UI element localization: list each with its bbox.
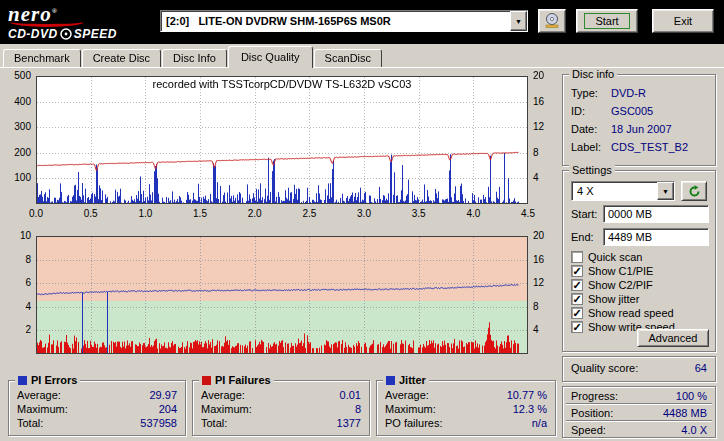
refresh-button[interactable]	[681, 181, 707, 201]
speed-selector-value: 4 X	[572, 185, 657, 197]
total-label: Total:	[201, 417, 227, 429]
average-value: 0.01	[340, 389, 361, 401]
jitter-legend-marker	[386, 376, 395, 385]
drive-selector-dropdown-arrow[interactable]: ▼	[510, 11, 527, 31]
axis-tick-label: 200	[8, 148, 31, 158]
po-failures-label: PO failures:	[385, 417, 442, 429]
start-position-label: Start:	[571, 208, 597, 220]
progress-value: 100 %	[676, 390, 707, 402]
axis-tick-label: 4	[533, 325, 557, 335]
maximum-value: 8	[355, 403, 361, 415]
total-label: Total:	[17, 417, 43, 429]
checkbox-box[interactable]: ✓	[571, 265, 583, 277]
pi-errors-legend-marker	[18, 376, 27, 385]
checkbox-box[interactable]	[571, 251, 583, 263]
pi-errors-stats-panel: PI Errors Average:29.97 Maximum:204 Tota…	[8, 380, 186, 436]
tab-create-disc[interactable]: Create Disc	[82, 49, 161, 67]
start-position-value: 0000 MB	[608, 208, 652, 220]
maximum-value: 204	[159, 403, 177, 415]
checkbox-box[interactable]: ✓	[571, 321, 583, 333]
checkbox-box[interactable]: ✓	[571, 293, 583, 305]
maximum-label: Maximum:	[17, 403, 68, 415]
axis-tick-label: 8	[533, 148, 557, 158]
settings-panel: Settings 4 X ▼ Start: 0000 MB End: 4489 …	[562, 170, 716, 352]
total-value: 1377	[337, 417, 361, 429]
checkbox-show-c1-pie[interactable]: ✓Show C1/PIE	[571, 264, 711, 278]
disc-type-value: DVD-R	[611, 87, 709, 99]
chart-recorded-with-title: recorded with TSSTcorpCD/DVDW TS-L632D v…	[36, 78, 528, 90]
check-icon: ✓	[572, 280, 581, 290]
axis-tick-label: 20	[533, 71, 557, 81]
checkbox-box[interactable]: ✓	[571, 279, 583, 291]
settings-checkbox-list: Quick scan✓Show C1/PIE✓Show C2/PIF✓Show …	[571, 250, 711, 334]
top-toolbar: nero® CD-DVD SPEED [2:0] LITE-ON DVDRW S…	[0, 0, 724, 44]
disc-date-label: Date:	[571, 123, 611, 135]
axis-tick-label: 2.5	[297, 209, 321, 219]
position-value: 4488 MB	[663, 407, 707, 419]
maximum-value: 12.3 %	[513, 403, 547, 415]
settings-title: Settings	[569, 164, 615, 176]
tab-disc-quality[interactable]: Disc Quality	[228, 46, 313, 68]
end-position-label: End:	[571, 231, 594, 243]
end-position-field[interactable]: 4489 MB	[603, 228, 709, 246]
tab-disc-info[interactable]: Disc Info	[162, 49, 227, 67]
axis-tick-label: 8	[533, 302, 557, 312]
quality-score-label: Quality score:	[571, 362, 638, 374]
eject-disc-button[interactable]	[538, 9, 566, 33]
speed-selector[interactable]: 4 X ▼	[571, 181, 675, 201]
checkbox-show-jitter[interactable]: ✓Show jitter	[571, 292, 711, 306]
pi-failures-jitter-chart: 10864220161284	[8, 230, 568, 360]
start-button[interactable]: Start	[576, 9, 638, 33]
average-label: Average:	[201, 389, 245, 401]
checkbox-label: Show read speed	[588, 307, 674, 319]
checkbox-box[interactable]: ✓	[571, 307, 583, 319]
checkbox-label: Show jitter	[588, 293, 639, 305]
pi-failures-stats-title: PI Failures	[215, 374, 271, 386]
axis-tick-label: 3.5	[407, 209, 431, 219]
pi-errors-plot	[36, 76, 528, 204]
quality-score-value: 64	[695, 362, 707, 374]
disc-hand-icon	[543, 13, 561, 28]
speed-selector-dropdown-arrow[interactable]: ▼	[657, 182, 674, 200]
position-label: Position:	[571, 407, 613, 419]
axis-tick-label: 300	[8, 122, 31, 132]
checkbox-quick-scan[interactable]: Quick scan	[571, 250, 711, 264]
quality-score-panel: Quality score: 64	[562, 356, 716, 382]
tab-scandisc[interactable]: ScanDisc	[314, 49, 382, 67]
drive-selector[interactable]: [2:0] LITE-ON DVDRW SHM-165P6S MS0R ▼	[160, 10, 528, 32]
axis-tick-label: 3.0	[352, 209, 376, 219]
advanced-button[interactable]: Advanced	[637, 329, 709, 347]
axis-tick-label: 0.0	[24, 209, 48, 219]
end-position-value: 4489 MB	[608, 231, 652, 243]
po-failures-value: n/a	[532, 417, 547, 429]
pi-failures-legend-marker	[202, 376, 211, 385]
tab-bar: BenchmarkCreate DiscDisc InfoDisc Qualit…	[3, 46, 721, 68]
progress-label: Progress:	[571, 390, 618, 402]
exit-button[interactable]: Exit	[652, 9, 714, 33]
axis-tick-label: 4.0	[461, 209, 485, 219]
average-value: 10.77 %	[507, 389, 547, 401]
axis-tick-label: 1.0	[133, 209, 157, 219]
checkbox-show-read-speed[interactable]: ✓Show read speed	[571, 306, 711, 320]
disc-icon	[60, 28, 72, 40]
disc-id-value: GSC005	[611, 105, 709, 117]
disc-info-panel: Disc info Type:DVD-R ID:GSC005 Date:18 J…	[562, 74, 716, 166]
axis-tick-label: 16	[533, 97, 557, 107]
jitter-stats-panel: Jitter Average:10.77 % Maximum:12.3 % PO…	[376, 380, 556, 436]
refresh-icon	[688, 185, 701, 198]
tab-benchmark[interactable]: Benchmark	[3, 49, 81, 67]
axis-tick-label: 6	[8, 278, 31, 288]
pi-errors-chart: recorded with TSSTcorpCD/DVDW TS-L632D v…	[8, 70, 568, 230]
checkbox-show-c2-pif[interactable]: ✓Show C2/PIF	[571, 278, 711, 292]
total-value: 537958	[140, 417, 177, 429]
axis-tick-label: 2.0	[243, 209, 267, 219]
check-icon: ✓	[572, 308, 581, 318]
average-value: 29.97	[149, 389, 177, 401]
average-label: Average:	[17, 389, 61, 401]
axis-tick-label: 500	[8, 71, 31, 81]
check-icon: ✓	[572, 266, 581, 276]
maximum-label: Maximum:	[385, 403, 436, 415]
axis-tick-label: 2	[8, 325, 31, 335]
check-icon: ✓	[572, 294, 581, 304]
start-position-field[interactable]: 0000 MB	[603, 205, 709, 223]
